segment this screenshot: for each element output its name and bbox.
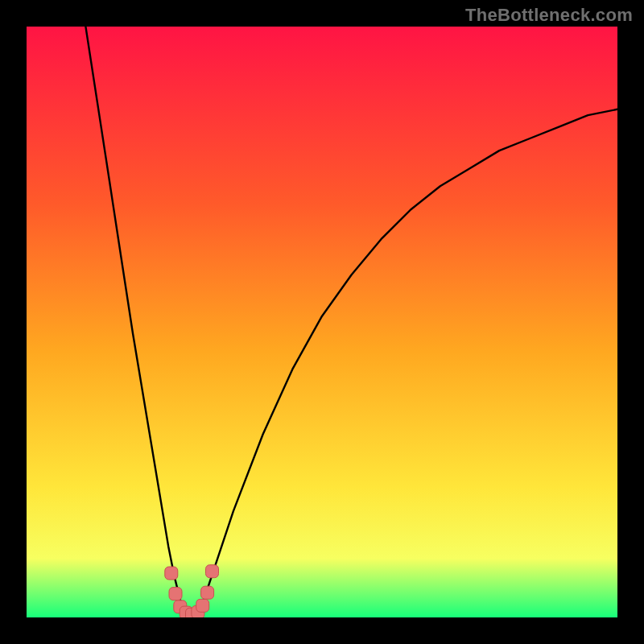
plot-area xyxy=(27,27,617,617)
marker-point xyxy=(169,588,182,601)
marker-point xyxy=(206,565,219,578)
bottleneck-chart xyxy=(27,27,617,617)
marker-point xyxy=(201,586,214,599)
chart-frame: TheBottleneck.com xyxy=(0,0,644,644)
marker-point xyxy=(196,599,209,612)
watermark-text: TheBottleneck.com xyxy=(465,5,633,26)
gradient-background xyxy=(27,27,617,617)
marker-point xyxy=(165,567,178,580)
